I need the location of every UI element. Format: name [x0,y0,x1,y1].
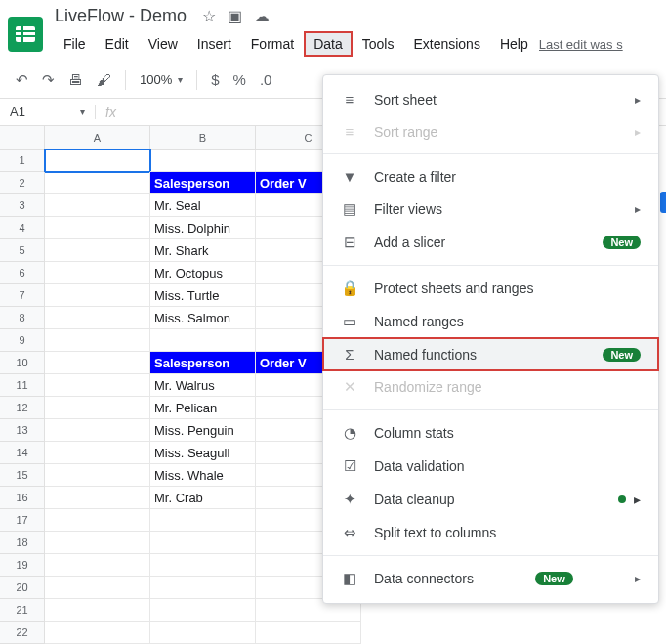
cell[interactable]: Miss. Seagull [150,442,256,464]
paint-format-icon[interactable]: 🖌 [97,71,111,88]
column-header[interactable]: B [150,126,256,150]
row-header[interactable]: 15 [0,464,45,487]
row-header[interactable]: 17 [0,509,45,532]
cell[interactable] [45,464,150,487]
cell[interactable] [45,532,150,554]
document-title[interactable]: LiveFlow - Demo [55,6,192,26]
cell[interactable] [45,262,150,284]
cell[interactable] [45,150,150,172]
cell[interactable] [45,172,150,194]
row-header[interactable]: 2 [0,172,45,194]
menu-tools[interactable]: Tools [354,32,403,56]
row-header[interactable]: 13 [0,419,45,442]
menu-item-sort-sheet[interactable]: ≡Sort sheet▸ [323,83,658,115]
last-edit-link[interactable]: Last edit was s [539,37,627,52]
cell[interactable]: Mr. Shark [150,239,256,262]
cell[interactable] [150,329,256,352]
cell[interactable] [45,352,150,374]
row-header[interactable]: 16 [0,487,45,509]
cell[interactable]: Salesperson [150,172,256,194]
row-header[interactable]: 4 [0,217,45,239]
side-panel-tab[interactable] [660,192,666,213]
cell[interactable]: Miss. Whale [150,464,256,487]
cell[interactable] [45,509,150,532]
cell[interactable] [45,622,150,644]
select-all-corner[interactable] [0,126,45,150]
format-currency-icon[interactable]: $ [211,71,219,88]
cell[interactable]: Mr. Seal [150,194,256,217]
row-header[interactable]: 5 [0,239,45,262]
row-header[interactable]: 19 [0,554,45,577]
menu-item-add-a-slicer[interactable]: ⊟Add a slicerNew [323,226,658,259]
cell[interactable]: Mr. Pelican [150,397,256,419]
decrease-decimal-icon[interactable]: .0 [260,71,272,88]
menu-help[interactable]: Help [491,32,537,56]
menu-item-named-functions[interactable]: ΣNamed functionsNew [323,338,658,370]
cell[interactable] [45,577,150,599]
move-icon[interactable]: ▣ [228,7,242,25]
redo-icon[interactable]: ↷ [42,71,55,89]
print-icon[interactable]: 🖶 [68,71,83,88]
cell[interactable] [45,397,150,419]
row-header[interactable]: 9 [0,329,45,352]
column-header[interactable]: A [45,126,150,150]
menu-item-data-cleanup[interactable]: ✦Data cleanup▸ [323,483,658,516]
cell[interactable] [45,374,150,397]
row-header[interactable]: 11 [0,374,45,397]
row-header[interactable]: 12 [0,397,45,419]
menu-item-column-stats[interactable]: ◔Column stats [323,416,658,450]
cell[interactable]: Miss. Penguin [150,419,256,442]
cell[interactable]: Mr. Walrus [150,374,256,397]
menu-item-filter-views[interactable]: ▤Filter views▸ [323,193,658,226]
row-header[interactable]: 14 [0,442,45,464]
menu-data[interactable]: Data [305,32,352,56]
cell[interactable] [150,532,256,554]
undo-icon[interactable]: ↶ [16,71,28,89]
row-header[interactable]: 20 [0,577,45,599]
cell[interactable] [45,329,150,352]
row-header[interactable]: 7 [0,284,45,307]
cell[interactable] [150,150,256,172]
cell[interactable] [45,194,150,217]
cell[interactable] [256,622,361,644]
format-percent-icon[interactable]: % [233,71,246,88]
cell[interactable]: Miss. Salmon [150,307,256,329]
cell[interactable] [45,487,150,509]
cell[interactable] [45,284,150,307]
cell[interactable] [150,622,256,644]
star-icon[interactable]: ☆ [202,7,216,25]
cell[interactable] [150,599,256,622]
cell[interactable] [45,554,150,577]
menu-item-create-a-filter[interactable]: ▼Create a filter [323,160,658,193]
menu-item-named-ranges[interactable]: ▭Named ranges [323,305,658,338]
menu-item-data-connectors[interactable]: ◧Data connectorsNew▸ [323,562,658,595]
cell[interactable] [45,307,150,329]
row-header[interactable]: 22 [0,622,45,644]
menu-extensions[interactable]: Extensions [404,32,488,56]
cell[interactable]: Miss. Turtle [150,284,256,307]
cell[interactable] [45,599,150,622]
cell[interactable] [45,442,150,464]
cell[interactable]: Mr. Crab [150,487,256,509]
row-header[interactable]: 8 [0,307,45,329]
sheets-logo[interactable] [8,17,43,52]
menu-insert[interactable]: Insert [188,32,240,56]
zoom-selector[interactable]: 100%▾ [140,72,183,87]
menu-item-protect-sheets-and-ranges[interactable]: 🔒Protect sheets and ranges [323,272,658,305]
cell[interactable] [150,554,256,577]
menu-edit[interactable]: Edit [97,32,138,56]
menu-view[interactable]: View [140,32,187,56]
cell[interactable]: Mr. Octopus [150,262,256,284]
cell[interactable] [45,239,150,262]
cell[interactable] [45,217,150,239]
cell[interactable] [45,419,150,442]
row-header[interactable]: 21 [0,599,45,622]
row-header[interactable]: 18 [0,532,45,554]
menu-format[interactable]: Format [242,32,303,56]
cell[interactable] [150,509,256,532]
cell[interactable]: Salesperson [150,352,256,374]
menu-item-data-validation[interactable]: ☑Data validation [323,450,658,483]
menu-file[interactable]: File [55,32,95,56]
name-box[interactable]: A1▾ [0,105,96,119]
row-header[interactable]: 6 [0,262,45,284]
